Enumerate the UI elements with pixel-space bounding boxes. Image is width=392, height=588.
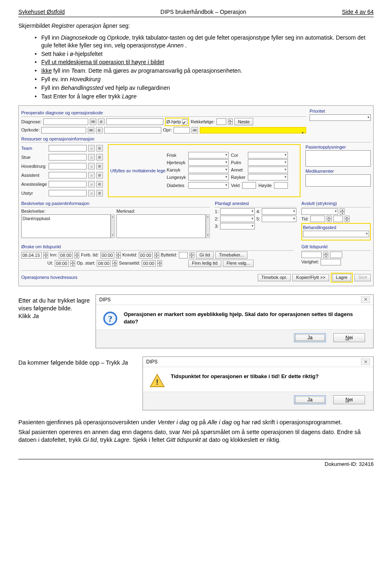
slett-button[interactable]: Slett — [354, 274, 371, 281]
diagnose-desc-input[interactable] — [106, 118, 163, 125]
nei-button[interactable]: Nei — [333, 333, 365, 342]
diabetes-select[interactable] — [188, 182, 228, 189]
spinner-icon[interactable]: ▴▾ — [340, 208, 345, 215]
oprkode-desc-input[interactable] — [104, 127, 161, 134]
pasientoppl-textarea[interactable] — [305, 150, 371, 167]
karsyk-select[interactable] — [188, 167, 228, 173]
spinner-icon[interactable]: ▴▾ — [74, 252, 79, 258]
anestesi-3-select[interactable] — [220, 223, 255, 229]
binoculars-icon[interactable]: ⌕ — [88, 190, 95, 196]
anestesilege-input[interactable] — [49, 181, 87, 187]
team-input[interactable] — [49, 145, 87, 151]
hovedkirurg-input[interactable] — [49, 163, 87, 169]
binoculars-icon[interactable] — [192, 127, 198, 134]
spinner-icon[interactable]: ▴▾ — [345, 216, 350, 222]
byttetid-input[interactable] — [179, 252, 188, 258]
gitt-dato-input[interactable] — [301, 252, 322, 258]
lungesyk-select[interactable] — [188, 174, 228, 180]
ohjelp-checkbox[interactable]: ✔ — [182, 119, 187, 125]
scrollbar[interactable]: ▴▾ — [206, 214, 210, 238]
hoyde-input[interactable] — [274, 182, 288, 189]
opstart-input[interactable]: 08:00 — [97, 260, 111, 267]
dato-input[interactable]: 08.04.15 — [21, 252, 42, 258]
vekt-input[interactable] — [242, 182, 256, 189]
spinner-icon[interactable]: ▴▾ — [116, 252, 121, 258]
scrollbar[interactable]: ▴▾ — [111, 214, 115, 238]
tid-input-2[interactable] — [333, 216, 343, 222]
binoculars-icon[interactable]: ⌕ — [88, 145, 95, 151]
opr-input[interactable] — [174, 127, 190, 134]
hovedressurs-link[interactable]: Operasjonens hovedressurs — [21, 274, 78, 281]
pulm-select[interactable] — [248, 159, 288, 166]
cor-select[interactable] — [248, 152, 288, 158]
spinner-icon[interactable]: ▴▾ — [112, 260, 117, 267]
spinner-icon[interactable]: ▴▾ — [157, 260, 162, 267]
anestesi-5-select[interactable] — [262, 216, 296, 222]
behandlingssted-select[interactable] — [303, 231, 369, 237]
royker-select[interactable] — [248, 174, 288, 180]
binoculars-icon[interactable] — [88, 127, 94, 134]
avslutt-select[interactable] — [301, 208, 338, 215]
merknad-textarea[interactable] — [116, 214, 206, 238]
clear-icon[interactable]: ⊘ — [96, 172, 103, 178]
svg-text:?: ? — [108, 314, 112, 324]
seansetid-input[interactable]: 00:00 — [142, 260, 156, 267]
clear-icon[interactable]: ⊘ — [98, 118, 105, 125]
spinner-icon[interactable]: ▴▾ — [70, 260, 75, 267]
flerevalg-button[interactable]: Flere valg... — [223, 260, 254, 267]
clear-icon[interactable]: ⊘ — [96, 181, 103, 187]
ja-button[interactable]: Ja — [294, 395, 326, 404]
clear-icon[interactable]: ⊘ — [96, 154, 103, 160]
hjertesyk-select[interactable] — [188, 159, 228, 166]
beskrivelse-textarea[interactable]: Diaré/oppkast — [21, 214, 111, 238]
stue-input[interactable] — [49, 154, 87, 160]
opr-highlight-field[interactable] — [200, 127, 306, 134]
varighet-input[interactable] — [321, 259, 341, 265]
rekkefolge-input[interactable] — [216, 118, 226, 125]
lagre-button[interactable]: Lagre — [332, 274, 351, 281]
prioritet-select[interactable] — [310, 114, 371, 121]
oprkode-input[interactable] — [41, 127, 86, 134]
binoculars-icon[interactable]: ⌕ — [88, 163, 95, 169]
timebokopr-button[interactable]: Timebok opr. — [258, 274, 291, 281]
gitid-button[interactable]: Gi tid — [196, 252, 214, 259]
close-icon[interactable]: ✕ — [361, 359, 370, 365]
spinner-icon[interactable]: ▴▾ — [43, 252, 48, 258]
finnledig-button[interactable]: Finn ledig tid — [188, 260, 221, 267]
spinner-icon[interactable]: ▴▾ — [228, 118, 233, 125]
ut-input[interactable]: 08:00 — [55, 260, 69, 267]
knivtid-input[interactable]: 00:00 — [139, 252, 153, 258]
close-icon[interactable]: ✕ — [361, 296, 370, 303]
spinner-icon[interactable]: ▴▾ — [327, 216, 332, 222]
ja-button[interactable]: Ja — [294, 333, 326, 342]
warning-icon: ! — [149, 373, 165, 388]
anestesi-4-select[interactable] — [262, 208, 296, 215]
tid-input[interactable] — [310, 216, 325, 222]
binoculars-icon[interactable] — [90, 118, 96, 125]
assistent-input[interactable] — [49, 172, 87, 178]
anestesi-2-select[interactable] — [220, 216, 255, 222]
clear-icon[interactable]: ⊘ — [96, 190, 103, 196]
inn-input[interactable]: 08:00 — [59, 252, 73, 258]
annet-select[interactable] — [248, 167, 288, 173]
anestesi-1-select[interactable] — [220, 208, 255, 215]
kopier-button[interactable]: Kopier/Flytt >> — [292, 274, 329, 281]
medikamenter-textarea[interactable] — [305, 174, 371, 187]
spinner-icon[interactable]: ▴▾ — [189, 252, 194, 258]
spinner-icon[interactable]: ▴▾ — [323, 252, 328, 258]
utstyr-input[interactable] — [49, 190, 87, 196]
spinner-icon[interactable]: ▴▾ — [154, 252, 159, 258]
neste-button[interactable]: Neste — [234, 118, 254, 125]
gitt-tid-input[interactable] — [330, 252, 342, 258]
clear-icon[interactable]: ⊘ — [96, 127, 102, 134]
diagnose-input[interactable] — [43, 118, 88, 125]
frisk-select[interactable] — [188, 152, 228, 158]
binoculars-icon[interactable]: ⌕ — [88, 154, 95, 160]
clear-icon[interactable]: ⊘ — [96, 163, 103, 169]
binoculars-icon[interactable]: ⌕ — [88, 172, 95, 178]
clear-icon[interactable]: ⊘ — [96, 145, 103, 151]
forbtid-input[interactable]: 00:00 — [100, 252, 114, 258]
timeboker-button[interactable]: Timebøker... — [215, 252, 247, 259]
nei-button[interactable]: Nei — [333, 395, 365, 404]
binoculars-icon[interactable]: ⌕ — [88, 181, 95, 187]
